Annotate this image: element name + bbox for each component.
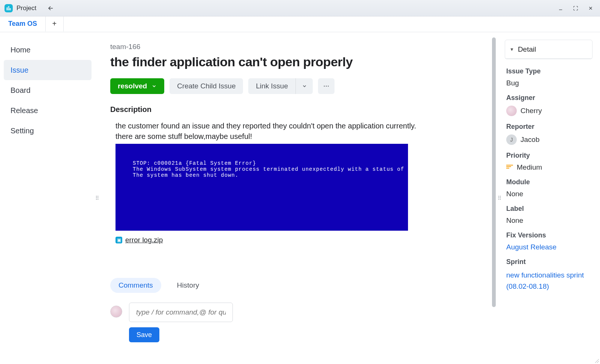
reporter-label: Reporter (506, 123, 591, 131)
assigner-value[interactable]: Cherry (506, 106, 591, 116)
right-splitter[interactable]: ⠿ (497, 32, 502, 364)
sidebar: Home Issue Board Release Setting (0, 32, 95, 364)
link-issue-button[interactable]: Link Issue (248, 78, 296, 94)
error-screenshot: STOP: c000021a {Fatal System Error} The … (116, 144, 408, 231)
sidebar-item-home[interactable]: Home (4, 40, 92, 60)
create-child-button[interactable]: Create Child Issue (170, 78, 243, 94)
svg-point-3 (324, 86, 325, 87)
reporter-value[interactable]: J Jacob (506, 134, 591, 145)
svg-point-5 (328, 86, 328, 87)
assigner-avatar (506, 106, 517, 116)
svg-rect-1 (8, 6, 9, 10)
minimize-button[interactable] (557, 5, 564, 12)
reporter-avatar: J (506, 134, 517, 145)
priority-label: Priority (506, 152, 591, 160)
current-user-avatar (110, 306, 122, 318)
close-button[interactable] (587, 5, 594, 12)
sidebar-item-issue[interactable]: Issue (4, 60, 92, 80)
back-button[interactable] (46, 4, 55, 13)
file-icon: ▣ (116, 237, 122, 243)
status-dropdown[interactable]: resolved (110, 78, 164, 94)
assigner-label: Assigner (506, 94, 591, 102)
fixversions-value[interactable]: August Release (506, 243, 591, 251)
module-label: Module (506, 178, 591, 186)
chevron-down-icon (152, 84, 157, 89)
resize-handle[interactable] (594, 358, 599, 363)
caret-down-icon: ▼ (510, 47, 514, 52)
svg-rect-2 (10, 8, 10, 10)
issue-content: team-166 the finder application can't op… (99, 32, 497, 364)
maximize-button[interactable] (572, 5, 579, 12)
window-titlebar: Project (0, 0, 600, 16)
save-button[interactable]: Save (129, 327, 159, 342)
link-issue-menu[interactable] (296, 78, 313, 94)
detail-panel: ▼ Detail Issue Type Bug Assigner Cherry … (502, 32, 600, 364)
priority-value[interactable]: Medium (506, 163, 591, 172)
description-heading: Description (110, 105, 484, 114)
svg-point-4 (326, 86, 327, 87)
content-scrollbar[interactable] (492, 37, 496, 322)
sidebar-item-setting[interactable]: Setting (4, 121, 92, 141)
sprint-value[interactable]: new functionalities sprint (08.02-08.18) (506, 270, 591, 292)
tab-comments[interactable]: Comments (110, 278, 161, 293)
issue-type-value: Bug (506, 79, 591, 87)
more-actions-button[interactable] (318, 78, 334, 94)
priority-icon (506, 165, 513, 170)
issue-type-label: Issue Type (506, 67, 591, 75)
label-value[interactable]: None (506, 216, 591, 225)
description-text: the customer found an issue and they rep… (110, 121, 484, 142)
tab-team-os[interactable]: Team OS (0, 16, 46, 32)
sidebar-item-release[interactable]: Release (4, 100, 92, 121)
new-tab-button[interactable]: + (46, 16, 64, 32)
app-icon (4, 4, 13, 12)
tab-history[interactable]: History (169, 278, 207, 293)
issue-key: team-166 (110, 43, 484, 51)
detail-header[interactable]: ▼ Detail (505, 40, 592, 59)
svg-rect-0 (7, 7, 8, 10)
comment-input[interactable] (129, 303, 233, 322)
sprint-label: Sprint (506, 258, 591, 266)
issue-title: the finder application can't open proper… (110, 55, 484, 69)
module-value[interactable]: None (506, 190, 591, 198)
label-label: Label (506, 205, 591, 213)
left-splitter[interactable]: ⠿ (95, 32, 99, 364)
tab-strip: Team OS + (0, 16, 600, 32)
attachment-link[interactable]: error log.zip (125, 236, 163, 244)
fixversions-label: Fix Versions (506, 231, 591, 239)
window-title: Project (16, 4, 36, 12)
sidebar-item-board[interactable]: Board (4, 80, 92, 100)
